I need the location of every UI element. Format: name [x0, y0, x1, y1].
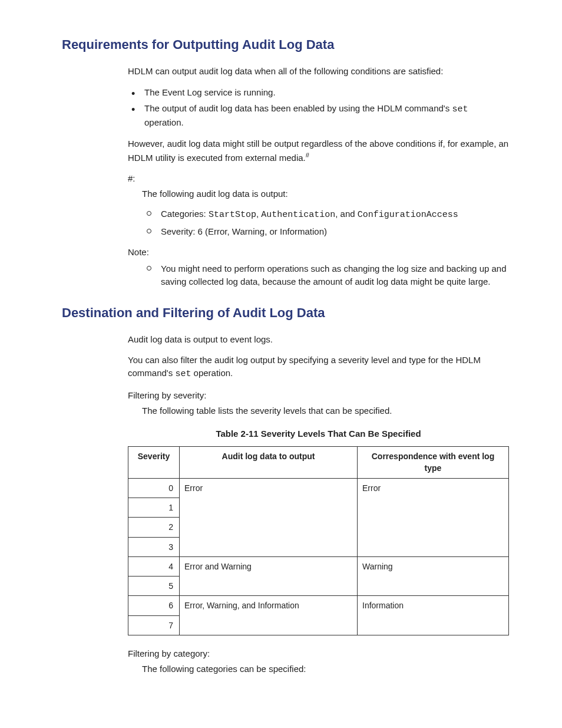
note-list: You might need to perform operations suc…: [142, 262, 509, 288]
s2-p1: Audit log data is output to event logs.: [128, 333, 509, 346]
s1-b2b: operation.: [144, 117, 184, 127]
section1-body: HDLM can output audit log data when all …: [128, 65, 509, 164]
s2-p2b: operation.: [191, 368, 233, 378]
filt-cat-body: The following categories can be specifie…: [142, 663, 509, 676]
page-content: Requirements for Outputting Audit Log Da…: [62, 35, 509, 728]
sev-5: 5: [128, 577, 180, 596]
s1-intro: HDLM can output audit log data when all …: [128, 65, 509, 78]
s1-bullet1: The Event Log service is running.: [128, 86, 509, 99]
section1-title: Requirements for Outputting Audit Log Da…: [62, 35, 509, 54]
th-output: Audit log data to output: [180, 447, 358, 479]
evt-warn: Warning: [358, 556, 509, 596]
filt-sev-body: The following table lists the severity l…: [142, 404, 509, 417]
s1-b2a: The output of audit log data has been en…: [144, 103, 452, 113]
th-event: Correspondence with event log type: [358, 447, 509, 479]
hash-c1: Categories: StartStop, Authentication, a…: [142, 207, 509, 222]
table-header-row: Severity Audit log data to output Corres…: [128, 447, 509, 479]
table-row: 4 Error and Warning Warning: [128, 556, 509, 576]
c1mid1: ,: [256, 209, 261, 219]
th-severity: Severity: [128, 447, 180, 479]
c1a: Categories:: [161, 209, 209, 219]
filt-sev-label: Filtering by severity:: [128, 389, 509, 402]
section2-body: Audit log data is output to event logs. …: [128, 333, 509, 381]
sev-1: 1: [128, 498, 180, 517]
hash-body: The following audit log data is output:: [142, 187, 509, 200]
section2-title: Destination and Filtering of Audit Log D…: [62, 304, 509, 322]
table-row: 0 Error Error: [128, 478, 509, 498]
hash-label: #:: [128, 172, 509, 185]
c1code2: Authentication: [261, 210, 335, 220]
sev-6: 6: [128, 596, 180, 615]
c1code1: StartStop: [209, 210, 256, 220]
severity-table: Severity Audit log data to output Corres…: [128, 446, 509, 635]
set-code: set: [452, 104, 468, 114]
hash-c2: Severity: 6 (Error, Warning, or Informat…: [142, 225, 509, 238]
c1mid2: , and: [335, 209, 358, 219]
s2-p2: You can also filter the audit log output…: [128, 354, 509, 381]
s1-p2a: However, audit log data might still be o…: [128, 139, 508, 163]
sev-2: 2: [128, 518, 180, 537]
evt-error: Error: [358, 478, 509, 556]
s1-bullet2: The output of audit log data has been en…: [128, 102, 509, 129]
note-label: Note:: [128, 246, 509, 259]
sev-0: 0: [128, 478, 180, 498]
sev-4: 4: [128, 556, 180, 576]
evt-info: Information: [358, 596, 509, 635]
note-b1: You might need to perform operations suc…: [142, 262, 509, 288]
out-info: Error, Warning, and Information: [180, 596, 358, 635]
hash-sup: #: [306, 151, 309, 159]
hash-list-wrap: Categories: StartStop, Authentication, a…: [128, 207, 509, 238]
out-error: Error: [180, 478, 358, 556]
table-row: 6 Error, Warning, and Information Inform…: [128, 596, 509, 615]
hash-list: Categories: StartStop, Authentication, a…: [142, 207, 509, 238]
c1code3: ConfigurationAccess: [358, 210, 458, 220]
filt-cat-label: Filtering by category:: [128, 647, 509, 660]
out-warn: Error and Warning: [180, 556, 358, 596]
s2-set-code: set: [175, 369, 191, 379]
table-caption: Table 2-11 Severity Levels That Can Be S…: [128, 427, 509, 440]
table-wrap: Table 2-11 Severity Levels That Can Be S…: [128, 427, 509, 635]
s1-however: However, audit log data might still be o…: [128, 137, 509, 164]
sev-7: 7: [128, 615, 180, 635]
note-list-wrap: You might need to perform operations suc…: [128, 262, 509, 288]
s1-bullets: The Event Log service is running. The ou…: [128, 86, 509, 129]
sev-3: 3: [128, 537, 180, 556]
